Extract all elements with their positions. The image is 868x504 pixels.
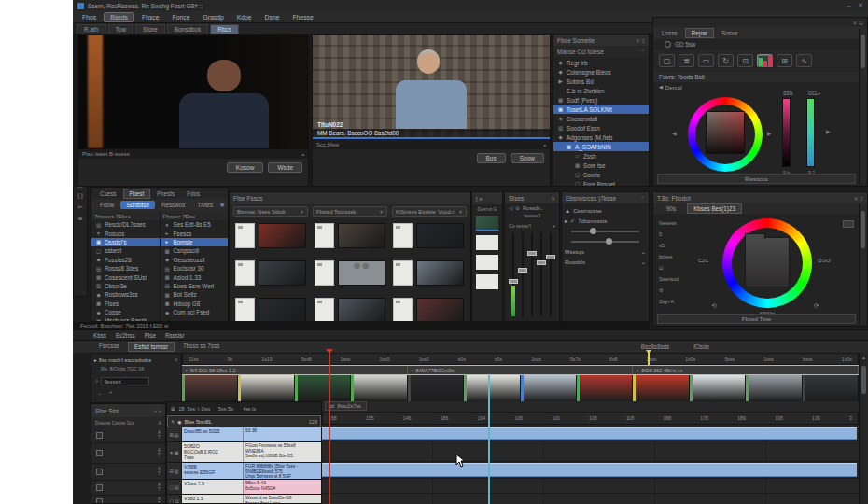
bin-item-rosuos[interactable]: ▾Rosuos (91, 229, 160, 237)
effect-item-a-soatbnin[interactable]: ▣A_SOATbNIN (553, 142, 649, 151)
effect-item-sodf-pveq[interactable]: ▦Sodf (Pveq) (553, 95, 649, 105)
effects-close-icon[interactable]: ✕ ≡ (636, 37, 645, 44)
mixer-fader-3[interactable] (527, 232, 537, 316)
side-thumb-2[interactable] (475, 234, 499, 251)
media-grid-cell-9[interactable] (393, 298, 465, 321)
media-grid-cell-8[interactable] (315, 298, 386, 321)
upper-clip-close-icon[interactable]: ✕ (174, 357, 178, 363)
bin-item-rosbows3ss[interactable]: ◆Rosbows3ss (91, 290, 160, 299)
fx-controls-collapse-icon[interactable]: ⌃ (640, 195, 645, 202)
new-item-icon[interactable]: ▢ (659, 54, 675, 67)
lumetri-tab-snsve[interactable]: Snsve (716, 29, 744, 37)
marker-yellow[interactable] (648, 353, 650, 365)
fx-row-5[interactable]: Msssqs⌄ (562, 246, 649, 257)
hue-slider-1[interactable] (782, 98, 791, 167)
media-dropdown-bsnvse-nses-stlsdt[interactable]: Bsnvse: Nses Stlsdt▼ (233, 206, 308, 217)
program-button-2[interactable]: Soow (511, 153, 544, 163)
color-picker-square[interactable] (706, 111, 745, 154)
effect-item-sobins-bd[interactable]: ▶Sobins Bd (553, 77, 649, 86)
media-grid-cell-7[interactable] (235, 298, 307, 321)
track-enable-checkbox[interactable] (96, 432, 103, 439)
lumetri-section-row[interactable]: Fdvrs: Toods Bsit (653, 72, 867, 82)
minimize-icon[interactable]: – (847, 2, 850, 9)
menu-item-dsne[interactable]: Dsne (259, 13, 286, 21)
menu-item-grasdp[interactable]: Grasdp (197, 13, 229, 21)
bin-item-cbsor3e[interactable]: ▥Cbsor3e (91, 282, 160, 290)
overview-segment-8-wa77bogst9s[interactable]: ▪8/WA77BOGst9s (408, 366, 634, 374)
lane-tab[interactable]: ⇄8ssc2s7ss (325, 401, 367, 411)
track-lock-toggles[interactable]: AT (158, 497, 161, 504)
fx-row-6[interactable]: Rossbls⌄ (562, 257, 649, 267)
folder-icon[interactable]: ▭ (698, 54, 714, 67)
media-grid-cell-2[interactable] (315, 223, 386, 248)
table-grid-icon[interactable]: ⊞ (171, 406, 175, 412)
fader-handle[interactable] (518, 268, 527, 273)
wheel-right-arrow-icon[interactable]: ▶ (767, 130, 772, 136)
color2-icon-4[interactable]: ⊡ (659, 265, 691, 271)
lumetri-reset-button[interactable]: Rwsticos (657, 174, 856, 184)
track-control-row-5[interactable]: AT (91, 496, 165, 504)
film-thumb-6[interactable] (464, 375, 520, 401)
monitor-icon[interactable]: ⊡ (737, 54, 753, 67)
track-lock-toggles[interactable]: AT (158, 483, 161, 492)
media-grid-cell-5[interactable]: ◎ ◎ (315, 260, 386, 286)
doc-tab-r-ath[interactable]: R.ath (77, 24, 106, 34)
bin-item-ses-edt-8s-e5[interactable]: ●Ses Edt-8s E5 (161, 220, 229, 229)
tl-tab-7bsss-ss-7sss[interactable]: 7bsss ss 7sss (177, 342, 225, 352)
source-caret-icon[interactable]: ▴ (301, 151, 304, 157)
scopes-icon[interactable]: ⊞ (777, 54, 792, 67)
bin-item-resck-dl7sses[interactable]: ▤Resck/DL7sses (91, 220, 160, 229)
slider-arrow-icon[interactable]: ▶ (826, 128, 831, 134)
lane-row-2[interactable] (322, 441, 859, 462)
track-name-cell[interactable]: Dssc/85.ss 5025 (182, 427, 243, 441)
bin-item-dssds-s[interactable]: ▣Dssds!'s (91, 238, 160, 246)
lane-row-3[interactable] (322, 462, 859, 479)
project-subtab-tlvtes[interactable]: Tlvtes (191, 201, 218, 209)
mixer-fader-5[interactable] (546, 232, 555, 316)
bin-item-csrqsscdi[interactable]: ▦Csrqsscdi (161, 246, 229, 255)
effect-item-e-b-re-2lvrblen[interactable]: E.b re 2lvrblen (553, 86, 649, 95)
timeline-lanes[interactable]: ⇄8ssc2s7ss 15815514618619410611613811818… (322, 401, 859, 504)
fx-slider[interactable] (571, 231, 639, 232)
program-button-1[interactable]: Bos (477, 153, 506, 163)
color2-close-icon[interactable]: ✕ ≡ (854, 195, 863, 202)
track-name-cell[interactable]: V5tso 7.9 (182, 480, 243, 494)
bin-item-cosescent-sust[interactable]: ▦Cosescent SUst (91, 273, 160, 281)
mixer-fader-2[interactable] (518, 232, 527, 316)
timeline-clip-bar[interactable] (322, 427, 857, 440)
overview-track[interactable]: ▪8/7 DGt 58 E8ss 1.2▪8/WA77BOGst9s▪8/D8 … (182, 365, 859, 375)
track-detail-cell[interactable]: 93 38 (243, 427, 321, 441)
bin-item-eoclsosr-30[interactable]: ▤Eoclsosr 30 (161, 264, 229, 273)
track-enable-checkbox[interactable] (96, 484, 103, 491)
color-bars-icon[interactable] (757, 54, 773, 67)
track-control-row-4[interactable]: AT (91, 481, 165, 496)
tl-tab-fsrcsse[interactable]: Fsrcsse (93, 342, 125, 352)
mixer-expand-icon[interactable]: ▸ (553, 223, 555, 229)
track-detail-cell[interactable]: Wsost d.ss 5ssuf5s-G88sssss 8sst Lstss (243, 495, 321, 504)
fx-row-3[interactable] (562, 226, 649, 236)
effect-item-soorle[interactable]: ▢Soorle (553, 170, 649, 179)
bin-item-aslod-1-33[interactable]: ▦Aslod 1.33 (161, 273, 229, 281)
effects-group-row[interactable]: Manse Cci tolese ⌃ (553, 46, 649, 57)
source-button-2[interactable]: Wsde (268, 162, 302, 173)
side-thumb-3[interactable] (475, 254, 499, 271)
fx-row-4[interactable] (562, 236, 649, 246)
timeline-search-input[interactable] (101, 377, 149, 385)
project-tab-fhests[interactable]: Fhests (151, 189, 180, 198)
color2-scrollbar[interactable] (859, 203, 866, 324)
plus-icon[interactable]: + (109, 389, 113, 396)
project-subtab-close-icon[interactable]: ✕ (219, 202, 225, 209)
add-track-icon[interactable]: ⌄ (97, 389, 102, 396)
track-name-cell[interactable]: 5O82O8GCOs8.3.RO27sss (182, 442, 243, 462)
effect-item-tosetla-solknit[interactable]: ▣TosetLA SOLKNit (553, 105, 649, 114)
project-subtab-fdow[interactable]: Fdow (94, 201, 119, 209)
film-thumb-2[interactable] (238, 375, 294, 401)
tl-menu-plse[interactable]: Plse (145, 332, 156, 339)
color2-reset-button[interactable]: Fbced Tsse (657, 314, 856, 324)
curves-icon[interactable]: ∿ (796, 54, 812, 67)
fader-handle[interactable] (546, 255, 555, 259)
film-thumb-8[interactable] (577, 375, 633, 401)
track-lock-toggles[interactable]: AT (158, 449, 161, 457)
side-thumb-selected[interactable] (475, 215, 499, 231)
bin-item-rosss8-3des[interactable]: ▤Rosss8 3des (91, 264, 160, 273)
